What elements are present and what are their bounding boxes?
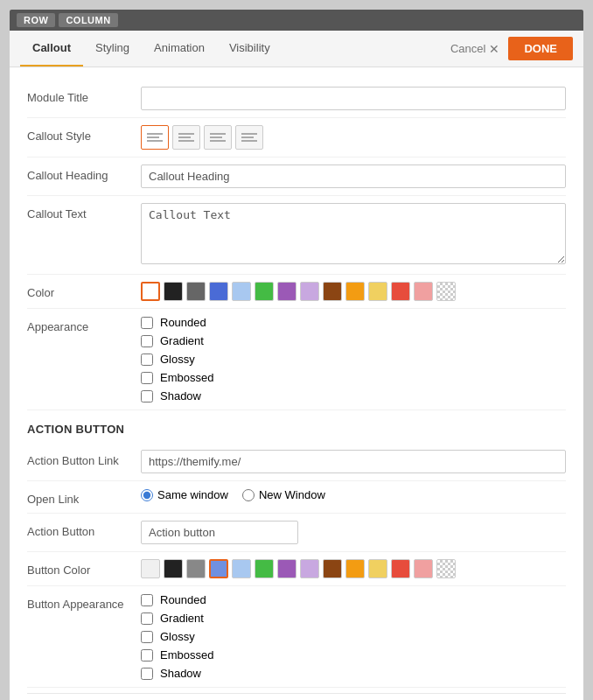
btn-color-gray[interactable] bbox=[186, 559, 206, 578]
action-button-input[interactable] bbox=[141, 521, 298, 544]
style-btn-3[interactable] bbox=[204, 125, 232, 150]
same-window-option[interactable]: Same window bbox=[141, 488, 228, 501]
row-tag[interactable]: ROW bbox=[17, 13, 55, 27]
btn-color-yellow[interactable] bbox=[368, 559, 387, 578]
callout-style-row: Callout Style bbox=[27, 118, 566, 158]
btn-shadow-label: Shadow bbox=[160, 667, 201, 680]
color-light-red[interactable] bbox=[414, 282, 433, 301]
cancel-button[interactable]: Cancel ✕ bbox=[450, 42, 499, 56]
callout-heading-row: Callout Heading bbox=[27, 158, 566, 196]
btn-embossed-label: Embossed bbox=[160, 648, 213, 662]
color-blue[interactable] bbox=[209, 282, 228, 301]
style-btn-1[interactable] bbox=[141, 125, 169, 150]
done-button[interactable]: DONE bbox=[508, 37, 573, 60]
style-btn-2[interactable] bbox=[172, 125, 200, 150]
btn-color-brown[interactable] bbox=[323, 559, 342, 578]
btn-color-green[interactable] bbox=[255, 559, 274, 578]
callout-heading-input[interactable] bbox=[141, 164, 566, 188]
color-red[interactable] bbox=[391, 282, 410, 301]
callout-text-control: Callout Text bbox=[141, 203, 566, 267]
action-button-link-input[interactable] bbox=[141, 450, 566, 473]
tab-visibility[interactable]: Visibility bbox=[217, 31, 283, 66]
open-link-label: Open Link bbox=[27, 488, 141, 506]
new-window-label: New Window bbox=[259, 488, 325, 501]
color-light-blue[interactable] bbox=[232, 282, 251, 301]
appearance-glossy[interactable]: Glossy bbox=[141, 353, 566, 366]
tab-callout[interactable]: Callout bbox=[20, 31, 83, 66]
color-purple[interactable] bbox=[277, 282, 296, 301]
color-black[interactable] bbox=[164, 282, 183, 301]
btn-glossy-checkbox[interactable] bbox=[141, 631, 153, 643]
embossed-label: Embossed bbox=[160, 371, 213, 384]
panel: ROW COLUMN Callout Styling Animation Vis… bbox=[9, 9, 584, 700]
open-link-control: Same window New Window bbox=[141, 488, 566, 501]
btn-appearance-shadow[interactable]: Shadow bbox=[141, 667, 566, 680]
button-appearance-label: Button Appearance bbox=[27, 593, 141, 611]
same-window-radio[interactable] bbox=[141, 489, 153, 501]
appearance-embossed[interactable]: Embossed bbox=[141, 371, 566, 384]
btn-appearance-gradient[interactable]: Gradient bbox=[141, 612, 566, 625]
glossy-label: Glossy bbox=[160, 353, 195, 366]
color-transparent[interactable] bbox=[436, 282, 456, 301]
appearance-options: Rounded Gradient Glossy Embossed bbox=[141, 316, 566, 402]
tabs-bar: Callout Styling Animation Visibility Can… bbox=[10, 31, 583, 67]
callout-text-input[interactable]: Callout Text bbox=[141, 203, 566, 264]
shadow-checkbox[interactable] bbox=[141, 390, 153, 402]
embossed-checkbox[interactable] bbox=[141, 372, 153, 384]
btn-gradient-checkbox[interactable] bbox=[141, 612, 153, 625]
color-orange[interactable] bbox=[345, 282, 365, 301]
appearance-shadow[interactable]: Shadow bbox=[141, 389, 566, 402]
color-light-purple[interactable] bbox=[300, 282, 319, 301]
btn-color-light-purple[interactable] bbox=[300, 559, 319, 578]
btn-color-blue[interactable] bbox=[209, 559, 228, 578]
color-green[interactable] bbox=[255, 282, 274, 301]
color-yellow[interactable] bbox=[368, 282, 387, 301]
btn-embossed-checkbox[interactable] bbox=[141, 649, 153, 662]
module-title-input[interactable] bbox=[141, 87, 566, 110]
open-link-row: Open Link Same window New Window bbox=[27, 481, 566, 514]
btn-appearance-rounded[interactable]: Rounded bbox=[141, 593, 566, 606]
new-window-option[interactable]: New Window bbox=[242, 488, 325, 501]
color-swatches bbox=[141, 282, 566, 301]
callout-heading-control bbox=[141, 164, 566, 188]
callout-style-control bbox=[141, 125, 566, 150]
new-window-radio[interactable] bbox=[242, 489, 255, 501]
appearance-gradient[interactable]: Gradient bbox=[141, 334, 566, 347]
top-bar: ROW COLUMN bbox=[10, 10, 583, 31]
tab-animation[interactable]: Animation bbox=[142, 31, 217, 66]
btn-color-red[interactable] bbox=[391, 559, 410, 578]
btn-color-light[interactable] bbox=[141, 559, 160, 578]
button-color-row: Button Color bbox=[27, 552, 566, 586]
btn-color-light-blue[interactable] bbox=[232, 559, 251, 578]
btn-color-light-red[interactable] bbox=[414, 559, 433, 578]
appearance-rounded[interactable]: Rounded bbox=[141, 316, 566, 329]
btn-rounded-checkbox[interactable] bbox=[141, 594, 153, 606]
color-white[interactable] bbox=[141, 282, 160, 301]
btn-color-black[interactable] bbox=[164, 559, 183, 578]
btn-color-purple[interactable] bbox=[277, 559, 296, 578]
rounded-checkbox[interactable] bbox=[141, 317, 153, 329]
column-tag[interactable]: COLUMN bbox=[59, 13, 117, 27]
gradient-checkbox[interactable] bbox=[141, 335, 153, 347]
action-button-label: Action Button bbox=[27, 521, 141, 538]
style-btn-4[interactable] bbox=[235, 125, 263, 150]
btn-color-orange[interactable] bbox=[345, 559, 365, 578]
tab-styling[interactable]: Styling bbox=[83, 31, 142, 66]
btn-shadow-checkbox[interactable] bbox=[141, 668, 153, 680]
module-title-row: Module Title bbox=[27, 80, 566, 118]
btn-appearance-embossed[interactable]: Embossed bbox=[141, 648, 566, 662]
color-control bbox=[141, 282, 566, 301]
action-button-control bbox=[141, 521, 566, 544]
action-button-link-control bbox=[141, 450, 566, 473]
open-link-radio-group: Same window New Window bbox=[141, 488, 566, 501]
glossy-checkbox[interactable] bbox=[141, 354, 153, 366]
btn-gradient-label: Gradient bbox=[160, 612, 204, 625]
btn-appearance-glossy[interactable]: Glossy bbox=[141, 630, 566, 643]
btn-color-transparent[interactable] bbox=[436, 559, 456, 578]
button-color-control bbox=[141, 559, 566, 578]
color-gray[interactable] bbox=[186, 282, 206, 301]
color-brown[interactable] bbox=[323, 282, 342, 301]
callout-heading-label: Callout Heading bbox=[27, 164, 141, 182]
action-button-row: Action Button bbox=[27, 514, 566, 552]
appearance-row: Appearance Rounded Gradient Glossy bbox=[27, 309, 566, 410]
